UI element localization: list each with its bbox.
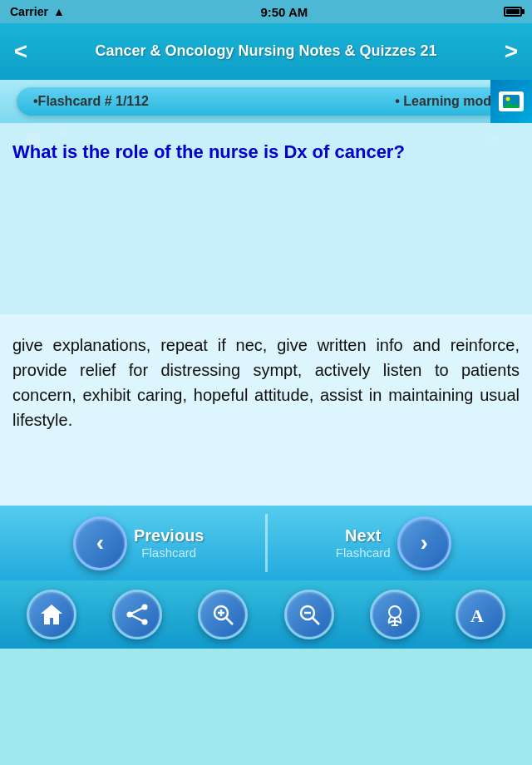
image-thumbnail [499,91,524,111]
share-button[interactable] [112,590,162,639]
decor-dot-3 [486,136,499,148]
question-text: What is the role of the nurse is Dx of c… [12,140,520,165]
svg-text:A: A [470,605,484,626]
previous-group: ‹ Previous Flashcard [17,516,261,570]
svg-line-13 [313,618,319,624]
battery-area [504,7,522,17]
svg-point-1 [506,97,510,101]
font-button[interactable]: A [456,590,505,639]
next-main-label: Next [336,526,391,545]
header: < Cancer & Oncology Nursing Notes & Quiz… [0,23,532,80]
next-group: Next Flashcard › [272,516,516,570]
previous-circle-button[interactable]: ‹ [73,516,127,570]
svg-point-15 [389,606,401,618]
previous-main-label: Previous [134,526,204,545]
question-area: What is the role of the nurse is Dx of c… [0,123,532,314]
next-sub-label: Flashcard [336,545,391,560]
previous-label[interactable]: Previous Flashcard [134,526,204,560]
zoom-out-icon [297,602,322,627]
previous-sub-label: Flashcard [134,545,204,560]
zoom-in-icon [210,602,235,627]
next-label[interactable]: Next Flashcard [336,526,391,560]
flashcard-number: •Flashcard # 1/112 [33,94,149,109]
decor-dot-2 [58,127,68,137]
time-display: 9:50 AM [260,5,308,19]
svg-line-6 [130,607,145,614]
carrier-label: Carrier [10,5,48,18]
wifi-icon: ▲ [53,5,65,18]
bookmark-icon [382,602,407,627]
flashcard-pill: •Flashcard # 1/112 • Learning mode [17,87,515,116]
zoom-in-button[interactable] [198,590,248,639]
next-circle-button[interactable]: › [397,516,451,570]
app-title: Cancer & Oncology Nursing Notes & Quizze… [33,42,499,61]
svg-line-9 [226,618,233,624]
answer-area: give explanations, repeat if nec, give w… [0,314,532,506]
answer-text: give explanations, repeat if nec, give w… [12,333,520,432]
zoom-out-button[interactable] [284,590,334,639]
learning-mode-label: • Learning mode [395,94,499,109]
back-button[interactable]: < [8,38,33,65]
image-icon-area [490,80,532,123]
forward-button[interactable]: > [499,38,524,65]
left-arrow-icon: ‹ [96,530,104,556]
status-bar: Carrier ▲ 9:50 AM [0,0,532,23]
carrier-info: Carrier ▲ [10,5,65,18]
bottom-toolbar: A [0,580,532,649]
battery-icon [504,7,522,17]
right-arrow-icon: › [421,530,428,556]
nav-buttons-bar: ‹ Previous Flashcard Next Flashcard › [0,506,532,580]
share-icon [125,602,150,627]
decor-dot-1 [25,131,42,148]
bookmark-button[interactable] [370,590,420,639]
home-button[interactable] [27,590,76,639]
nav-divider [265,514,268,572]
flashcard-bar: •Flashcard # 1/112 • Learning mode [0,80,532,123]
home-icon [39,602,64,627]
font-icon: A [468,602,493,627]
svg-line-7 [130,614,145,622]
